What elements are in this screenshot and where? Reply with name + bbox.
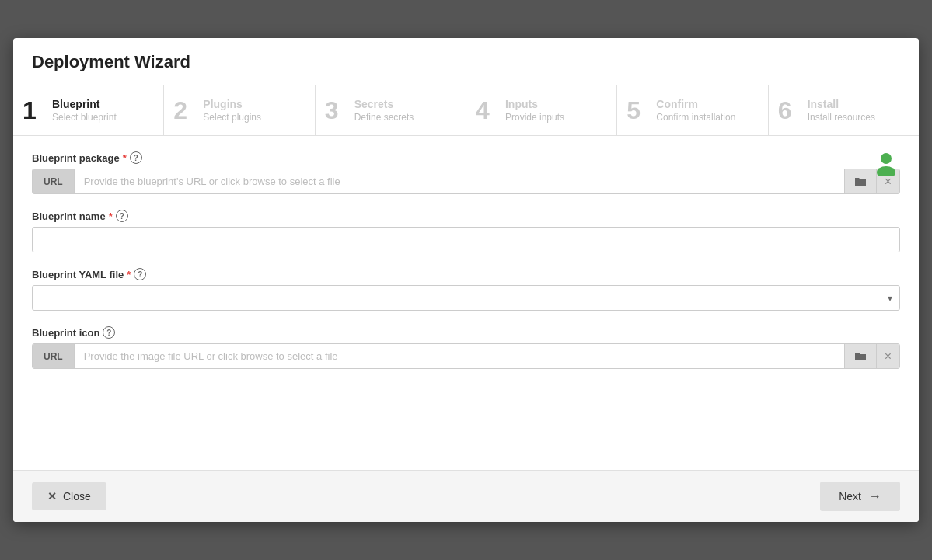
step-number-6: 6 bbox=[778, 98, 800, 123]
step-number-3: 3 bbox=[325, 98, 347, 123]
step-number-2: 2 bbox=[173, 98, 195, 123]
blueprint-package-url-input[interactable] bbox=[75, 169, 844, 193]
blueprint-yaml-select-wrapper: ▾ bbox=[32, 285, 900, 311]
blueprint-yaml-label: Blueprint YAML file * ? bbox=[32, 268, 900, 280]
step-name-4: Inputs bbox=[505, 98, 564, 110]
blueprint-package-label: Blueprint package * ? bbox=[32, 151, 900, 164]
folder-icon-2 bbox=[854, 351, 867, 362]
blueprint-icon-help-icon[interactable]: ? bbox=[103, 326, 115, 339]
browse-button-package[interactable] bbox=[844, 169, 876, 193]
step-info-5: Confirm Confirm installation bbox=[656, 98, 735, 123]
wizard-step-2[interactable]: 2 Plugins Select plugins bbox=[164, 85, 315, 135]
required-star-name: * bbox=[109, 210, 113, 222]
user-avatar[interactable] bbox=[872, 148, 900, 176]
step-name-2: Plugins bbox=[203, 98, 261, 110]
wizard-step-6[interactable]: 6 Install Install resources bbox=[769, 85, 919, 135]
blueprint-icon-label: Blueprint icon ? bbox=[32, 326, 900, 339]
blueprint-name-field: Blueprint name * ? bbox=[32, 210, 900, 252]
blueprint-icon-input-group: URL × bbox=[32, 343, 900, 369]
required-star-package: * bbox=[123, 152, 127, 164]
wizard-title: Deployment Wizard bbox=[32, 52, 900, 72]
step-info-4: Inputs Provide inputs bbox=[505, 98, 564, 123]
blueprint-yaml-field: Blueprint YAML file * ? ▾ bbox=[32, 268, 900, 311]
step-desc-6: Install resources bbox=[808, 112, 875, 123]
wizard-footer: ✕ Close Next → bbox=[13, 470, 919, 522]
blueprint-yaml-select[interactable] bbox=[32, 285, 900, 311]
svg-point-0 bbox=[881, 153, 892, 164]
step-name-5: Confirm bbox=[656, 98, 735, 110]
blueprint-icon-field: Blueprint icon ? URL × bbox=[32, 326, 900, 369]
step-name-3: Secrets bbox=[354, 98, 414, 110]
blueprint-package-help-icon[interactable]: ? bbox=[130, 151, 142, 164]
blueprint-package-input-group: URL × bbox=[32, 169, 900, 194]
step-info-2: Plugins Select plugins bbox=[203, 98, 261, 123]
blueprint-package-field: Blueprint package * ? URL × bbox=[32, 151, 900, 194]
step-desc-1: Select blueprint bbox=[52, 112, 117, 123]
step-name-6: Install bbox=[808, 98, 875, 110]
wizard-header: Deployment Wizard bbox=[13, 38, 919, 85]
step-number-1: 1 bbox=[23, 98, 44, 123]
close-x-icon: ✕ bbox=[47, 490, 57, 503]
wizard-steps: 1 Blueprint Select blueprint 2 Plugins S… bbox=[13, 85, 919, 136]
blueprint-name-label: Blueprint name * ? bbox=[32, 210, 900, 222]
step-desc-3: Define secrets bbox=[354, 112, 414, 123]
url-tab-icon[interactable]: URL bbox=[33, 344, 75, 368]
required-star-yaml: * bbox=[127, 269, 131, 280]
close-button[interactable]: ✕ Close bbox=[32, 482, 106, 510]
wizard-step-3[interactable]: 3 Secrets Define secrets bbox=[316, 85, 466, 135]
clear-button-icon[interactable]: × bbox=[876, 344, 899, 368]
step-info-3: Secrets Define secrets bbox=[354, 98, 414, 123]
step-desc-5: Confirm installation bbox=[656, 112, 735, 123]
step-info-1: Blueprint Select blueprint bbox=[52, 98, 117, 123]
next-label: Next bbox=[839, 490, 861, 503]
close-label: Close bbox=[63, 490, 91, 503]
folder-icon bbox=[854, 176, 867, 187]
step-desc-4: Provide inputs bbox=[505, 112, 564, 123]
blueprint-icon-url-input[interactable] bbox=[75, 344, 844, 368]
step-name-1: Blueprint bbox=[52, 98, 117, 110]
step-number-4: 4 bbox=[476, 98, 497, 123]
wizard-step-5[interactable]: 5 Confirm Confirm installation bbox=[617, 85, 768, 135]
wizard-step-1[interactable]: 1 Blueprint Select blueprint bbox=[13, 85, 164, 135]
user-avatar-icon bbox=[873, 149, 899, 176]
step-number-5: 5 bbox=[627, 98, 648, 123]
blueprint-name-input[interactable] bbox=[32, 227, 900, 252]
blueprint-name-help-icon[interactable]: ? bbox=[116, 210, 128, 222]
step-desc-2: Select plugins bbox=[203, 112, 261, 123]
svg-point-1 bbox=[877, 166, 895, 176]
wizard-step-4[interactable]: 4 Inputs Provide inputs bbox=[466, 85, 617, 135]
next-button[interactable]: Next → bbox=[820, 482, 900, 511]
wizard-body: Blueprint package * ? URL × Bluepr bbox=[13, 136, 919, 470]
url-tab-package[interactable]: URL bbox=[33, 169, 75, 193]
blueprint-yaml-help-icon[interactable]: ? bbox=[134, 268, 146, 280]
next-arrow-icon: → bbox=[869, 489, 881, 503]
step-info-6: Install Install resources bbox=[808, 98, 875, 123]
deployment-wizard: Deployment Wizard 1 Blueprint Select blu… bbox=[13, 38, 919, 522]
browse-button-icon[interactable] bbox=[844, 344, 876, 368]
